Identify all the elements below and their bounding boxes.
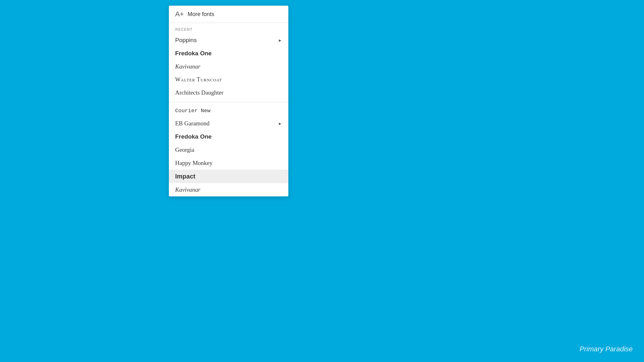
font-item-label: EB Garamond — [175, 120, 209, 127]
font-item-label: Architects Daughter — [175, 89, 224, 96]
font-item-kavivanar-2[interactable]: Kavivanar — [169, 183, 288, 196]
arrow-icon: ► — [278, 38, 282, 43]
font-item-label: Walter Turncoat — [175, 76, 222, 83]
font-list-area[interactable]: RECENT Poppins ► Fredoka One Kavivanar W… — [169, 23, 288, 196]
font-item-walter-turncoat[interactable]: Walter Turncoat — [169, 73, 288, 86]
font-item-courier-new[interactable]: Courier New — [169, 105, 288, 117]
font-item-fredoka-one-2[interactable]: Fredoka One — [169, 130, 288, 143]
font-item-label: Fredoka One — [175, 50, 212, 57]
section-divider — [169, 102, 288, 102]
arrow-icon: ► — [278, 121, 282, 126]
font-item-happy-monkey[interactable]: Happy Monkey — [169, 156, 288, 170]
font-item-label: Impact — [175, 173, 195, 180]
font-item-label: Fredoka One — [175, 133, 212, 140]
font-item-poppins[interactable]: Poppins ► — [169, 34, 288, 47]
font-item-label: Georgia — [175, 146, 194, 153]
font-item-impact[interactable]: Impact — [169, 170, 288, 183]
font-item-fredoka-one[interactable]: Fredoka One — [169, 47, 288, 60]
font-item-georgia[interactable]: Georgia — [169, 143, 288, 156]
font-item-label: Courier New — [175, 108, 210, 114]
font-item-eb-garamond[interactable]: EB Garamond ► — [169, 117, 288, 130]
watermark-text: Primary Paradise — [580, 345, 633, 353]
font-item-kavivanar[interactable]: Kavivanar — [169, 60, 288, 73]
font-item-label: Kavivanar — [175, 186, 200, 193]
dropdown-title: More fonts — [188, 11, 214, 18]
font-item-architects-daughter[interactable]: Architects Daughter — [169, 86, 288, 99]
more-fonts-icon: A+ — [175, 10, 184, 18]
font-item-label: Kavivanar — [175, 63, 200, 70]
font-item-label: Poppins — [175, 37, 197, 44]
dropdown-header: A+ More fonts — [169, 6, 288, 23]
font-item-label: Happy Monkey — [175, 160, 213, 167]
recent-section-label: RECENT — [169, 23, 288, 34]
font-dropdown-panel: A+ More fonts RECENT Poppins ► Fredoka O… — [169, 6, 288, 196]
